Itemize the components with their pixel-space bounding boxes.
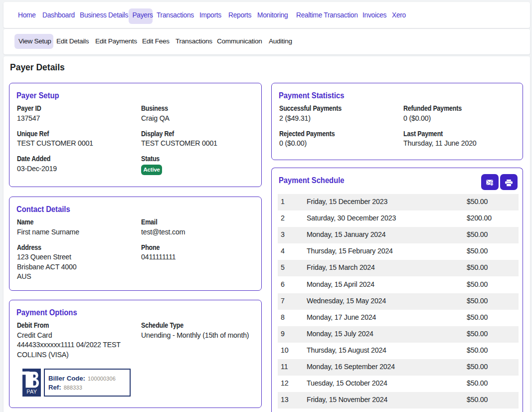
svg-text:PAY: PAY — [26, 389, 37, 395]
